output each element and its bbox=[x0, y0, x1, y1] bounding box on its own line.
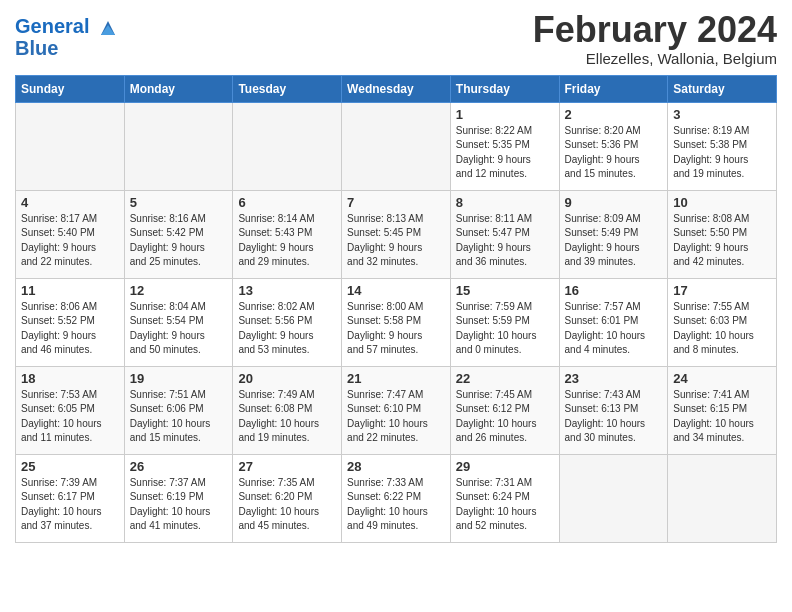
day-number: 12 bbox=[130, 283, 228, 298]
calendar-cell: 5Sunrise: 8:16 AM Sunset: 5:42 PM Daylig… bbox=[124, 190, 233, 278]
day-info: Sunrise: 7:31 AM Sunset: 6:24 PM Dayligh… bbox=[456, 476, 554, 534]
calendar-cell: 8Sunrise: 8:11 AM Sunset: 5:47 PM Daylig… bbox=[450, 190, 559, 278]
day-info: Sunrise: 8:22 AM Sunset: 5:35 PM Dayligh… bbox=[456, 124, 554, 182]
calendar-header-row: SundayMondayTuesdayWednesdayThursdayFrid… bbox=[16, 75, 777, 102]
day-number: 25 bbox=[21, 459, 119, 474]
day-info: Sunrise: 7:45 AM Sunset: 6:12 PM Dayligh… bbox=[456, 388, 554, 446]
day-number: 8 bbox=[456, 195, 554, 210]
day-info: Sunrise: 7:33 AM Sunset: 6:22 PM Dayligh… bbox=[347, 476, 445, 534]
day-info: Sunrise: 7:41 AM Sunset: 6:15 PM Dayligh… bbox=[673, 388, 771, 446]
calendar-cell: 9Sunrise: 8:09 AM Sunset: 5:49 PM Daylig… bbox=[559, 190, 668, 278]
calendar-cell: 15Sunrise: 7:59 AM Sunset: 5:59 PM Dayli… bbox=[450, 278, 559, 366]
day-number: 2 bbox=[565, 107, 663, 122]
calendar-cell: 19Sunrise: 7:51 AM Sunset: 6:06 PM Dayli… bbox=[124, 366, 233, 454]
day-info: Sunrise: 7:43 AM Sunset: 6:13 PM Dayligh… bbox=[565, 388, 663, 446]
day-info: Sunrise: 8:14 AM Sunset: 5:43 PM Dayligh… bbox=[238, 212, 336, 270]
day-number: 1 bbox=[456, 107, 554, 122]
day-number: 11 bbox=[21, 283, 119, 298]
calendar-cell: 13Sunrise: 8:02 AM Sunset: 5:56 PM Dayli… bbox=[233, 278, 342, 366]
calendar-cell: 28Sunrise: 7:33 AM Sunset: 6:22 PM Dayli… bbox=[342, 454, 451, 542]
calendar-cell: 23Sunrise: 7:43 AM Sunset: 6:13 PM Dayli… bbox=[559, 366, 668, 454]
day-number: 13 bbox=[238, 283, 336, 298]
day-number: 24 bbox=[673, 371, 771, 386]
logo-blue: Blue bbox=[15, 37, 121, 59]
day-info: Sunrise: 7:37 AM Sunset: 6:19 PM Dayligh… bbox=[130, 476, 228, 534]
day-number: 29 bbox=[456, 459, 554, 474]
calendar-cell bbox=[16, 102, 125, 190]
calendar-cell bbox=[668, 454, 777, 542]
day-number: 20 bbox=[238, 371, 336, 386]
svg-marker-1 bbox=[101, 25, 115, 35]
calendar-cell: 16Sunrise: 7:57 AM Sunset: 6:01 PM Dayli… bbox=[559, 278, 668, 366]
day-info: Sunrise: 8:08 AM Sunset: 5:50 PM Dayligh… bbox=[673, 212, 771, 270]
calendar-cell: 7Sunrise: 8:13 AM Sunset: 5:45 PM Daylig… bbox=[342, 190, 451, 278]
logo-text: General bbox=[15, 15, 121, 39]
calendar-cell bbox=[233, 102, 342, 190]
day-number: 26 bbox=[130, 459, 228, 474]
calendar-cell: 21Sunrise: 7:47 AM Sunset: 6:10 PM Dayli… bbox=[342, 366, 451, 454]
day-number: 22 bbox=[456, 371, 554, 386]
day-number: 21 bbox=[347, 371, 445, 386]
day-number: 10 bbox=[673, 195, 771, 210]
day-header-friday: Friday bbox=[559, 75, 668, 102]
day-header-monday: Monday bbox=[124, 75, 233, 102]
day-info: Sunrise: 7:59 AM Sunset: 5:59 PM Dayligh… bbox=[456, 300, 554, 358]
day-info: Sunrise: 7:51 AM Sunset: 6:06 PM Dayligh… bbox=[130, 388, 228, 446]
calendar-cell: 20Sunrise: 7:49 AM Sunset: 6:08 PM Dayli… bbox=[233, 366, 342, 454]
day-info: Sunrise: 7:39 AM Sunset: 6:17 PM Dayligh… bbox=[21, 476, 119, 534]
day-info: Sunrise: 7:47 AM Sunset: 6:10 PM Dayligh… bbox=[347, 388, 445, 446]
calendar-cell: 10Sunrise: 8:08 AM Sunset: 5:50 PM Dayli… bbox=[668, 190, 777, 278]
day-info: Sunrise: 8:00 AM Sunset: 5:58 PM Dayligh… bbox=[347, 300, 445, 358]
day-header-wednesday: Wednesday bbox=[342, 75, 451, 102]
calendar-table: SundayMondayTuesdayWednesdayThursdayFrid… bbox=[15, 75, 777, 543]
week-row-1: 1Sunrise: 8:22 AM Sunset: 5:35 PM Daylig… bbox=[16, 102, 777, 190]
calendar-cell bbox=[124, 102, 233, 190]
day-info: Sunrise: 8:20 AM Sunset: 5:36 PM Dayligh… bbox=[565, 124, 663, 182]
calendar-cell: 27Sunrise: 7:35 AM Sunset: 6:20 PM Dayli… bbox=[233, 454, 342, 542]
day-info: Sunrise: 8:04 AM Sunset: 5:54 PM Dayligh… bbox=[130, 300, 228, 358]
month-year-title: February 2024 bbox=[533, 10, 777, 50]
calendar-cell: 26Sunrise: 7:37 AM Sunset: 6:19 PM Dayli… bbox=[124, 454, 233, 542]
day-number: 15 bbox=[456, 283, 554, 298]
day-number: 9 bbox=[565, 195, 663, 210]
day-info: Sunrise: 7:55 AM Sunset: 6:03 PM Dayligh… bbox=[673, 300, 771, 358]
day-number: 6 bbox=[238, 195, 336, 210]
day-info: Sunrise: 7:53 AM Sunset: 6:05 PM Dayligh… bbox=[21, 388, 119, 446]
day-header-thursday: Thursday bbox=[450, 75, 559, 102]
calendar-cell: 22Sunrise: 7:45 AM Sunset: 6:12 PM Dayli… bbox=[450, 366, 559, 454]
day-number: 28 bbox=[347, 459, 445, 474]
day-number: 19 bbox=[130, 371, 228, 386]
day-number: 3 bbox=[673, 107, 771, 122]
day-number: 4 bbox=[21, 195, 119, 210]
calendar-cell: 3Sunrise: 8:19 AM Sunset: 5:38 PM Daylig… bbox=[668, 102, 777, 190]
calendar-cell: 6Sunrise: 8:14 AM Sunset: 5:43 PM Daylig… bbox=[233, 190, 342, 278]
week-row-2: 4Sunrise: 8:17 AM Sunset: 5:40 PM Daylig… bbox=[16, 190, 777, 278]
day-info: Sunrise: 8:17 AM Sunset: 5:40 PM Dayligh… bbox=[21, 212, 119, 270]
calendar-cell: 1Sunrise: 8:22 AM Sunset: 5:35 PM Daylig… bbox=[450, 102, 559, 190]
calendar-cell: 29Sunrise: 7:31 AM Sunset: 6:24 PM Dayli… bbox=[450, 454, 559, 542]
calendar-cell: 24Sunrise: 7:41 AM Sunset: 6:15 PM Dayli… bbox=[668, 366, 777, 454]
calendar-cell: 2Sunrise: 8:20 AM Sunset: 5:36 PM Daylig… bbox=[559, 102, 668, 190]
calendar-cell: 11Sunrise: 8:06 AM Sunset: 5:52 PM Dayli… bbox=[16, 278, 125, 366]
calendar-cell: 14Sunrise: 8:00 AM Sunset: 5:58 PM Dayli… bbox=[342, 278, 451, 366]
day-info: Sunrise: 8:09 AM Sunset: 5:49 PM Dayligh… bbox=[565, 212, 663, 270]
location-subtitle: Ellezelles, Wallonia, Belgium bbox=[533, 50, 777, 67]
title-area: February 2024 Ellezelles, Wallonia, Belg… bbox=[533, 10, 777, 67]
calendar-cell bbox=[559, 454, 668, 542]
day-header-tuesday: Tuesday bbox=[233, 75, 342, 102]
header: General Blue February 2024 Ellezelles, W… bbox=[15, 10, 777, 67]
day-info: Sunrise: 7:49 AM Sunset: 6:08 PM Dayligh… bbox=[238, 388, 336, 446]
day-number: 27 bbox=[238, 459, 336, 474]
calendar-cell: 4Sunrise: 8:17 AM Sunset: 5:40 PM Daylig… bbox=[16, 190, 125, 278]
calendar-cell: 17Sunrise: 7:55 AM Sunset: 6:03 PM Dayli… bbox=[668, 278, 777, 366]
day-info: Sunrise: 8:06 AM Sunset: 5:52 PM Dayligh… bbox=[21, 300, 119, 358]
day-info: Sunrise: 7:35 AM Sunset: 6:20 PM Dayligh… bbox=[238, 476, 336, 534]
day-header-sunday: Sunday bbox=[16, 75, 125, 102]
week-row-5: 25Sunrise: 7:39 AM Sunset: 6:17 PM Dayli… bbox=[16, 454, 777, 542]
calendar-cell: 18Sunrise: 7:53 AM Sunset: 6:05 PM Dayli… bbox=[16, 366, 125, 454]
day-info: Sunrise: 8:13 AM Sunset: 5:45 PM Dayligh… bbox=[347, 212, 445, 270]
logo-icon bbox=[97, 17, 119, 39]
calendar-cell: 25Sunrise: 7:39 AM Sunset: 6:17 PM Dayli… bbox=[16, 454, 125, 542]
day-number: 18 bbox=[21, 371, 119, 386]
day-number: 14 bbox=[347, 283, 445, 298]
